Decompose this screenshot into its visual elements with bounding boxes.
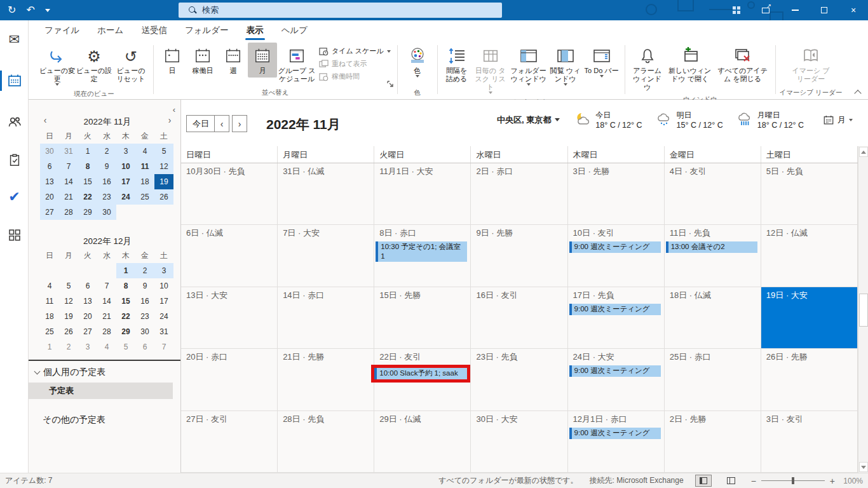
vertical-scrollbar[interactable] <box>858 146 868 473</box>
maximize-icon[interactable] <box>810 0 839 20</box>
reminders-window-button[interactable]: アラーム ウィンドウ <box>629 43 666 94</box>
minical-day[interactable]: 3 <box>116 144 135 159</box>
minical-day[interactable]: 6 <box>40 159 59 174</box>
minical-day[interactable]: 8 <box>116 278 135 294</box>
minical-prev-icon[interactable]: ‹ <box>40 115 50 125</box>
weather-item[interactable]: 月曜日18° C / 12° C <box>736 110 804 130</box>
calendar-cell[interactable]: 5日 · 先負 <box>761 163 858 225</box>
minical-day[interactable]: 5 <box>154 144 173 159</box>
minical-day[interactable]: 9 <box>135 278 154 294</box>
minical-day[interactable]: 13 <box>78 294 97 309</box>
calendar-cell[interactable]: 30日 · 大安 <box>471 411 567 473</box>
minical-day[interactable]: 24 <box>154 309 173 324</box>
zoom-in-icon[interactable]: + <box>830 476 835 486</box>
calendar-cell[interactable]: 18日 · 仏滅 <box>665 287 761 349</box>
calendar-cell[interactable]: 12日 · 仏滅 <box>761 225 858 287</box>
calendar-cell[interactable]: 2日 · 先勝 <box>665 411 761 473</box>
zoom-out-icon[interactable]: − <box>751 476 756 486</box>
calendar-icon[interactable] <box>0 68 29 93</box>
calendar-cell[interactable]: 20日 · 赤口 <box>181 349 278 410</box>
reading-view-icon[interactable] <box>723 475 740 487</box>
minical-day[interactable]: 18 <box>135 174 154 189</box>
calendar-cell[interactable]: 11日 · 先負13:00 会議その2 <box>665 225 761 287</box>
tab-send-receive[interactable]: 送受信 <box>132 21 176 41</box>
minical-day[interactable]: 5 <box>116 339 135 355</box>
minical-day[interactable]: 30 <box>135 324 154 339</box>
minical-day[interactable]: 12 <box>59 294 78 309</box>
change-view-button[interactable]: ビューの変更 <box>39 43 76 88</box>
dialog-launcher-icon[interactable] <box>387 79 395 86</box>
today-button[interactable]: 今日 <box>186 115 215 132</box>
calendar-cell[interactable]: 25日 · 赤口 <box>665 349 761 410</box>
calendar-event[interactable]: 10:30 予定その1; 会議室 1 <box>376 241 467 262</box>
minical-day[interactable]: 2 <box>135 263 154 278</box>
minical-day[interactable]: 30 <box>40 144 59 159</box>
tasks-icon[interactable] <box>0 147 29 173</box>
tab-help[interactable]: ヘルプ <box>273 21 316 41</box>
calendar-event[interactable]: 10:00 Slack予約 1; saak <box>374 368 467 379</box>
calendar-folder-item[interactable]: 予定表 <box>29 383 173 399</box>
minical-day[interactable]: 16 <box>97 174 116 189</box>
calendar-cell[interactable]: 17日 · 先負9:00 週次ミーティング <box>568 287 665 349</box>
minical-day[interactable]: 4 <box>97 339 116 355</box>
today-cell[interactable]: 19日 · 大安 <box>761 287 858 349</box>
minical-day[interactable]: 11 <box>40 294 59 309</box>
minical-day[interactable]: 6 <box>78 278 97 294</box>
minical-day[interactable]: 20 <box>40 189 59 205</box>
calendar-event[interactable]: 9:00 週次ミーティング <box>569 241 661 253</box>
sync-icon[interactable]: ↻ <box>8 0 16 20</box>
zoom-slider-thumb[interactable] <box>792 477 794 484</box>
minical-day[interactable]: 23 <box>97 189 116 205</box>
minical-day[interactable]: 24 <box>116 189 135 205</box>
compress-spacing-button[interactable]: 間隔を 詰める <box>442 43 472 86</box>
minical-day[interactable]: 31 <box>59 144 78 159</box>
calendar-cell[interactable]: 28日 · 先負 <box>278 411 374 473</box>
minical-day[interactable]: 20 <box>78 309 97 324</box>
minical-day[interactable]: 27 <box>40 205 59 220</box>
undo-icon[interactable]: ↶ <box>26 0 34 20</box>
minical-day[interactable]: 9 <box>97 159 116 174</box>
reading-pane-button[interactable]: 閲覧 ウィンドウ <box>548 43 583 88</box>
collapse-folder-pane-icon[interactable]: ‹ <box>173 105 175 114</box>
weather-item[interactable]: 今日18° C / 12° C <box>574 110 642 130</box>
minical-day[interactable]: 11 <box>135 159 154 174</box>
minical-day[interactable]: 22 <box>78 189 97 205</box>
view-mode-selector[interactable]: 月 <box>823 114 853 126</box>
calendar-cell[interactable]: 24日 · 大安9:00 週次ミーティング <box>568 349 665 410</box>
minical-day[interactable]: 1 <box>116 263 135 278</box>
schedule-view-button[interactable]: グループ スケジュール <box>277 43 316 86</box>
calendar-cell[interactable]: 15日 · 先勝 <box>374 287 471 349</box>
calendar-cell[interactable]: 4日 · 友引 <box>665 163 761 225</box>
minical-day[interactable]: 25 <box>40 324 59 339</box>
calendar-cell[interactable]: 29日 · 仏滅 <box>374 411 471 473</box>
minical-day[interactable]: 2 <box>97 144 116 159</box>
weather-location[interactable]: 中央区, 東京都 <box>497 114 560 126</box>
minical-day[interactable]: 17 <box>154 294 173 309</box>
minical-next-icon[interactable]: › <box>165 115 175 125</box>
calendar-cell[interactable]: 7日 · 大安 <box>278 225 374 287</box>
minical-day[interactable]: 25 <box>135 189 154 205</box>
calendar-cell[interactable]: 10月30日 · 先負 <box>181 163 278 225</box>
calendar-cell[interactable]: 16日 · 友引 <box>471 287 567 349</box>
minical-day[interactable]: 3 <box>78 339 97 355</box>
collapse-ribbon-icon[interactable] <box>855 89 862 94</box>
customize-qat-chevron-icon[interactable] <box>45 9 50 12</box>
calendar-cell[interactable]: 26日 · 先勝 <box>761 349 858 410</box>
calendar-event[interactable]: 13:00 会議その2 <box>666 241 757 253</box>
minical-day[interactable]: 15 <box>78 174 97 189</box>
minical-day[interactable]: 4 <box>135 144 154 159</box>
minical-day[interactable]: 5 <box>59 278 78 294</box>
time-scale-button[interactable]: タイム スケール <box>319 46 391 56</box>
minical-day[interactable]: 23 <box>135 309 154 324</box>
minical-day[interactable]: 7 <box>59 159 78 174</box>
normal-view-icon[interactable] <box>695 475 712 487</box>
zoom-slider[interactable] <box>761 480 825 482</box>
minical-day[interactable]: 28 <box>97 324 116 339</box>
grid-icon[interactable] <box>722 0 751 20</box>
calendar-cell[interactable]: 9日 · 先勝 <box>471 225 567 287</box>
todo-bar-button[interactable]: To Do バー <box>583 43 621 80</box>
tab-home[interactable]: ホーム <box>88 21 132 41</box>
close-icon[interactable]: × <box>839 0 868 20</box>
calendar-event[interactable]: 9:00 週次ミーティング <box>569 428 661 439</box>
minical-day[interactable]: 10 <box>116 159 135 174</box>
